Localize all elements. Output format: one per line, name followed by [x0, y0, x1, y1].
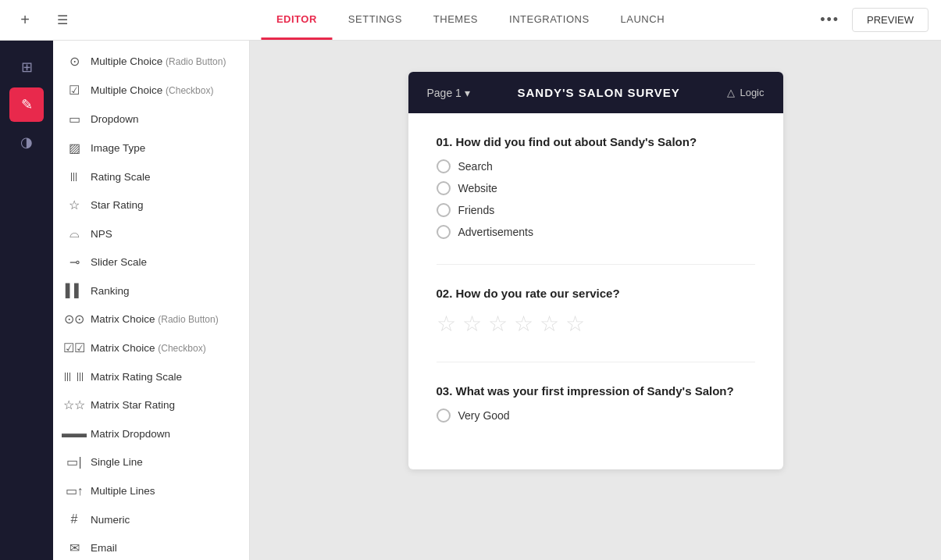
survey-title: SANDY'S SALON SURVEY: [470, 86, 728, 99]
survey-body: 01. How did you find out about Sandy's S…: [408, 113, 783, 469]
star-5[interactable]: ☆: [540, 311, 559, 337]
question-type-panel: ⊙ Multiple Choice (Radio Button) ☑ Multi…: [53, 41, 250, 560]
star-rating-label: Star Rating: [91, 199, 237, 211]
add-button[interactable]: +: [12, 8, 37, 33]
page-selector[interactable]: Page 1 ▾: [427, 87, 470, 99]
menu-button[interactable]: ☰: [50, 8, 75, 33]
nps-label: NPS: [91, 228, 237, 240]
ranking-icon: ▌▌: [66, 284, 83, 298]
numeric-label: Numeric: [91, 514, 237, 526]
radio-option[interactable]: Very Good: [437, 408, 755, 423]
radio-circle: [437, 225, 451, 239]
nps-icon: ⌓: [66, 226, 83, 241]
matrix-choice-radio-label: Matrix Choice (Radio Button): [91, 313, 237, 325]
tab-integrations[interactable]: INTEGRATIONS: [494, 1, 605, 40]
star-2[interactable]: ☆: [462, 311, 482, 337]
star-rating-icon: ☆: [66, 198, 83, 212]
type-item-ranking[interactable]: ▌▌ Ranking: [53, 276, 249, 305]
slider-scale-label: Slider Scale: [91, 256, 237, 268]
type-item-matrix-rating-scale[interactable]: ⫼⫼ Matrix Rating Scale: [53, 362, 249, 391]
matrix-dropdown-icon: ▬▬: [66, 426, 83, 441]
radio-option[interactable]: Advertisements: [437, 225, 755, 239]
multiple-choice-radio-icon: ⊙: [66, 54, 83, 69]
type-item-multiple-choice-radio[interactable]: ⊙ Multiple Choice (Radio Button): [53, 47, 249, 76]
radio-label: Friends: [458, 204, 495, 216]
type-item-matrix-choice-radio[interactable]: ⊙⊙ Matrix Choice (Radio Button): [53, 305, 249, 334]
multiple-lines-label: Multiple Lines: [91, 485, 237, 497]
question-text-3: 03. What was your first impression of Sa…: [437, 384, 755, 398]
question-text-1: 01. How did you find out about Sandy's S…: [437, 135, 755, 148]
dropdown-label: Dropdown: [91, 113, 237, 125]
logic-icon: △: [727, 87, 735, 98]
star-4[interactable]: ☆: [514, 311, 533, 337]
type-item-image-type[interactable]: ▨ Image Type: [53, 134, 249, 162]
type-item-dropdown[interactable]: ▭ Dropdown: [53, 105, 249, 134]
type-item-matrix-star-rating[interactable]: ☆☆ Matrix Star Rating: [53, 391, 249, 419]
star-1[interactable]: ☆: [437, 311, 456, 337]
multiple-choice-radio-label: Multiple Choice (Radio Button): [91, 55, 237, 67]
question-1: 01. How did you find out about Sandy's S…: [437, 135, 755, 239]
slider-scale-icon: ⊸: [66, 255, 83, 269]
matrix-choice-radio-icon: ⊙⊙: [66, 312, 83, 326]
question-text-2: 02. How do you rate our service?: [437, 287, 755, 300]
matrix-choice-checkbox-icon: ☑☑: [66, 341, 83, 355]
star-3[interactable]: ☆: [488, 311, 508, 337]
type-item-nps[interactable]: ⌓ NPS: [53, 219, 249, 248]
radio-option[interactable]: Website: [437, 181, 755, 195]
radio-label: Very Good: [458, 409, 510, 422]
more-options-button[interactable]: •••: [820, 12, 839, 28]
single-line-label: Single Line: [91, 456, 237, 468]
preview-button[interactable]: PREVIEW: [852, 8, 929, 32]
numeric-icon: #: [66, 512, 83, 526]
type-item-rating-scale[interactable]: ⫼ Rating Scale: [53, 162, 249, 191]
page-chevron-icon: ▾: [465, 87, 470, 99]
tab-themes[interactable]: THEMES: [418, 1, 494, 40]
radio-label: Search: [458, 160, 493, 173]
matrix-star-rating-icon: ☆☆: [66, 398, 83, 412]
type-item-slider-scale[interactable]: ⊸ Slider Scale: [53, 248, 249, 276]
tab-editor[interactable]: EDITOR: [261, 1, 333, 40]
matrix-choice-checkbox-label: Matrix Choice (Checkbox): [91, 342, 237, 354]
star-rating-row[interactable]: ☆☆☆☆☆☆: [437, 311, 755, 337]
logic-button[interactable]: △ Logic: [727, 87, 764, 98]
matrix-dropdown-label: Matrix Dropdown: [91, 428, 237, 440]
radio-option[interactable]: Friends: [437, 203, 755, 217]
logic-label: Logic: [740, 87, 764, 98]
image-type-icon: ▨: [66, 141, 83, 155]
star-6[interactable]: ☆: [565, 311, 585, 337]
email-icon: ✉: [66, 540, 83, 555]
radio-label: Advertisements: [458, 226, 533, 238]
type-item-multiple-choice-checkbox[interactable]: ☑ Multiple Choice (Checkbox): [53, 76, 249, 105]
dropdown-icon: ▭: [66, 112, 83, 127]
type-item-matrix-choice-checkbox[interactable]: ☑☑ Matrix Choice (Checkbox): [53, 334, 249, 362]
survey-header: Page 1 ▾ SANDY'S SALON SURVEY △ Logic: [408, 72, 783, 113]
multiple-choice-checkbox-icon: ☑: [66, 83, 83, 98]
matrix-rating-scale-icon: ⫼⫼: [66, 369, 83, 383]
multiple-choice-checkbox-label: Multiple Choice (Checkbox): [91, 84, 237, 96]
type-item-numeric[interactable]: # Numeric: [53, 505, 249, 533]
type-item-multiple-lines[interactable]: ▭↑ Multiple Lines: [53, 476, 249, 505]
radio-circle: [437, 408, 451, 423]
type-item-matrix-dropdown[interactable]: ▬▬ Matrix Dropdown: [53, 419, 249, 448]
nav-tabs: EDITORSETTINGSTHEMESINTEGRATIONSLAUNCH: [261, 1, 680, 40]
rating-scale-icon: ⫼: [66, 169, 83, 184]
matrix-rating-scale-label: Matrix Rating Scale: [91, 371, 237, 383]
email-label: Email: [91, 542, 237, 554]
chart-nav-button[interactable]: ◑: [9, 125, 44, 159]
radio-circle: [437, 203, 451, 217]
type-item-email[interactable]: ✉ Email: [53, 533, 249, 560]
question-3: 03. What was your first impression of Sa…: [437, 384, 755, 423]
main-content: Page 1 ▾ SANDY'S SALON SURVEY △ Logic 01…: [250, 41, 941, 560]
image-type-label: Image Type: [91, 142, 237, 154]
type-item-single-line[interactable]: ▭| Single Line: [53, 448, 249, 476]
type-item-star-rating[interactable]: ☆ Star Rating: [53, 191, 249, 219]
rating-scale-label: Rating Scale: [91, 171, 237, 183]
edit-nav-button[interactable]: ✎: [9, 87, 44, 122]
tab-launch[interactable]: LAUNCH: [605, 1, 680, 40]
radio-option[interactable]: Search: [437, 159, 755, 173]
single-line-icon: ▭|: [66, 455, 83, 469]
radio-circle: [437, 181, 451, 195]
radio-label: Website: [458, 182, 497, 194]
grid-nav-button[interactable]: ⊞: [9, 50, 44, 84]
tab-settings[interactable]: SETTINGS: [333, 1, 418, 40]
